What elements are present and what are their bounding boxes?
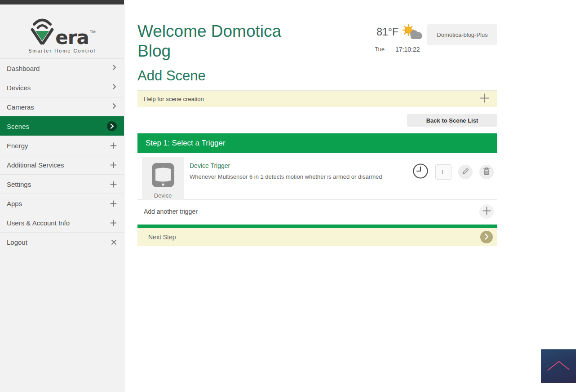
weather-time: 17:10:22 — [395, 46, 420, 53]
trademark-symbol: TM — [90, 30, 96, 34]
trigger-description: Whenever Multisensor 6 in 1 detects moti… — [190, 173, 412, 180]
step-1-title: Step 1: Select a Trigger — [146, 139, 226, 148]
add-another-trigger-row[interactable]: Add another trigger — [137, 200, 497, 223]
plus-icon — [110, 181, 117, 188]
vera-v-icon — [29, 13, 55, 47]
page-title: Add Scene — [137, 68, 497, 84]
next-step-bar[interactable]: Next Step — [137, 225, 497, 246]
plus-icon — [110, 142, 117, 149]
sidebar-item-settings[interactable]: Settings — [0, 174, 124, 194]
sidebar-top-bar — [0, 0, 124, 4]
sidebar-item-label: Additional Services — [7, 161, 64, 169]
weather-day: Tue — [375, 46, 385, 53]
main-area: Welcome Domotica Blog 81°F — [125, 0, 584, 392]
plus-icon — [482, 207, 491, 216]
controller-select-button[interactable]: Domotica-blog-Plus — [427, 24, 497, 45]
sidebar-item-dashboard[interactable]: Dashboard — [0, 58, 124, 78]
sidebar-item-label: Devices — [7, 84, 31, 92]
brand-tagline: Smarter Home Control — [28, 48, 96, 53]
device-tile-label: Device — [154, 192, 172, 199]
help-bar-label: Help for scene creation — [144, 96, 204, 102]
chevron-right-icon — [484, 233, 489, 241]
plus-icon — [110, 220, 117, 226]
sidebar-item-cameras[interactable]: Cameras — [0, 97, 124, 116]
luup-code-button[interactable]: L — [435, 164, 451, 180]
sidebar-item-label: Apps — [7, 200, 22, 207]
sidebar-item-label: Dashboard — [7, 65, 40, 72]
plus-icon — [110, 200, 117, 207]
sidebar-item-apps[interactable]: Apps — [0, 194, 124, 213]
sidebar-item-label: Cameras — [7, 103, 34, 111]
sidebar-menu: Dashboard Devices Cameras Scenes Energy — [0, 58, 124, 251]
schedule-clock-button[interactable] — [412, 163, 429, 181]
vera-logo: era TM Smarter Home Control — [0, 4, 124, 58]
sidebar-item-energy[interactable]: Energy — [0, 136, 124, 155]
step-1-header-bar: Step 1: Select a Trigger — [137, 133, 497, 153]
sidebar-item-logout[interactable]: Logout — [0, 232, 124, 251]
page-header: Welcome Domotica Blog 81°F — [137, 0, 497, 61]
sidebar-item-label: Logout — [7, 238, 27, 246]
clock-icon — [412, 163, 429, 181]
next-step-label: Next Step — [148, 233, 176, 241]
device-trigger-link[interactable]: Device Trigger — [190, 162, 412, 169]
trigger-actions: L — [412, 157, 494, 181]
sidebar-item-devices[interactable]: Devices — [0, 78, 124, 97]
sidebar-item-label: Scenes — [7, 123, 29, 130]
sidebar-item-additional-services[interactable]: Additional Services — [0, 155, 124, 174]
temperature-value: 81°F — [376, 26, 398, 38]
chevron-right-icon — [112, 103, 117, 111]
add-another-trigger-label: Add another trigger — [144, 208, 198, 215]
vera-wordmark: era — [55, 29, 89, 47]
device-icon — [150, 162, 176, 190]
edit-trigger-button[interactable] — [458, 165, 473, 179]
back-row: Back to Scene List — [137, 114, 497, 127]
chevron-up-icon — [546, 359, 571, 374]
add-trigger-plus-button[interactable] — [479, 204, 494, 219]
expand-plus-icon[interactable] — [480, 93, 489, 105]
help-for-scene-creation-bar[interactable]: Help for scene creation — [137, 91, 497, 107]
chevron-right-icon — [112, 84, 117, 92]
back-to-scene-list-button[interactable]: Back to Scene List — [407, 114, 497, 127]
scroll-to-top-button[interactable] — [541, 349, 576, 383]
chevron-right-circle-icon — [107, 121, 117, 131]
trash-icon — [483, 167, 490, 176]
close-icon — [111, 239, 117, 245]
next-step-button[interactable] — [480, 231, 493, 243]
sidebar-item-label: Energy — [7, 142, 28, 150]
sidebar-item-users-account-info[interactable]: Users & Account Info — [0, 213, 124, 232]
plus-icon — [110, 162, 117, 168]
weather-cluster: 81°F — [375, 24, 497, 61]
sun-behind-cloud-icon — [402, 24, 423, 45]
device-type-tile[interactable]: Device — [142, 157, 184, 200]
sidebar-item-label: Settings — [7, 181, 31, 188]
welcome-title: Welcome Domotica Blog — [137, 22, 292, 61]
delete-trigger-button[interactable] — [479, 165, 494, 179]
pencil-icon — [462, 167, 469, 176]
trigger-row: Device Device Trigger Whenever Multisens… — [137, 153, 497, 200]
chevron-right-icon — [112, 64, 117, 72]
sidebar: era TM Smarter Home Control Dashboard De… — [0, 0, 124, 392]
sidebar-item-scenes[interactable]: Scenes — [0, 116, 124, 136]
sidebar-item-label: Users & Account Info — [7, 219, 70, 227]
